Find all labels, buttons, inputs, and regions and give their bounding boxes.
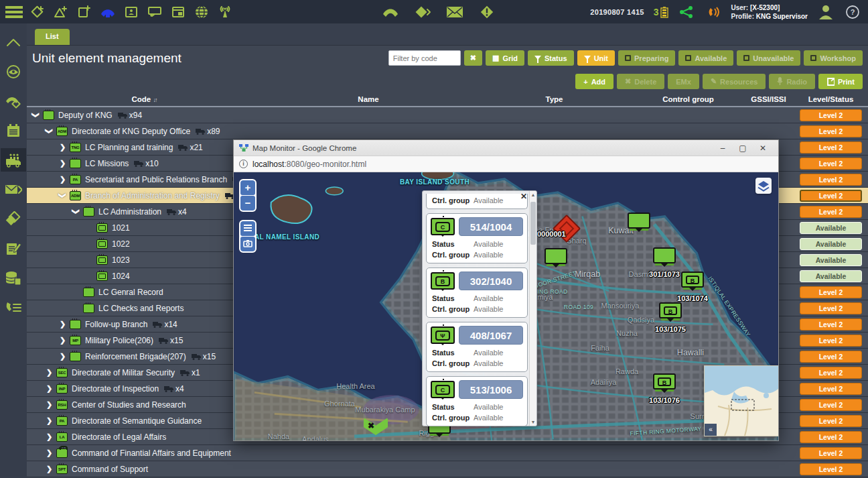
resources-button[interactable]: ✎Resources (703, 74, 766, 89)
unit-marker[interactable]: B103/1074 (681, 272, 704, 288)
panel-close-icon[interactable]: ✕ (520, 192, 527, 201)
col-gssi[interactable]: GSSI/ISSI (743, 95, 794, 103)
map-layers-button[interactable] (240, 221, 255, 236)
info-icon[interactable]: i (239, 160, 248, 168)
status-badge[interactable]: Level 2 (800, 431, 862, 443)
expand-arrow-icon[interactable]: ❯ (44, 432, 54, 441)
status-badge[interactable]: Available (800, 254, 862, 266)
mail-icon[interactable] (446, 3, 463, 21)
app-window-icon[interactable] (169, 3, 187, 21)
expand-arrow-icon[interactable]: ❯ (58, 336, 68, 345)
unit-card[interactable]: C514/1004StatusAvailableCtrl. groupAvail… (426, 213, 528, 263)
window-titlebar[interactable]: Map Monitor - Google Chrome – ▢ ✕ (234, 140, 778, 156)
collapse-arrow-icon[interactable]: ❯ (31, 110, 40, 120)
delete-button[interactable]: ✖Delete (617, 74, 664, 89)
print-button[interactable]: Print (818, 74, 863, 89)
grid-button[interactable]: ▦Grid (486, 50, 524, 66)
diamond-alert-icon[interactable] (478, 3, 496, 21)
col-control-group[interactable]: Control group (633, 95, 743, 103)
phone-blue-icon[interactable] (99, 3, 117, 21)
collapse-arrow-icon[interactable]: ❯ (58, 190, 67, 200)
expand-arrow-icon[interactable]: ❯ (58, 175, 68, 184)
status-badge[interactable]: Level 2 (800, 383, 862, 395)
status-badge[interactable]: Level 2 (800, 463, 862, 475)
presentation-icon[interactable] (146, 3, 163, 21)
status-badge[interactable]: Level 2 (800, 415, 862, 427)
status-badge[interactable]: Level 2 (800, 367, 862, 379)
status-badge[interactable]: Level 2 (800, 174, 862, 186)
phone-icon[interactable] (382, 3, 399, 21)
status-badge[interactable]: Level 2 (800, 447, 862, 459)
phone-list-icon[interactable] (1, 296, 26, 319)
table-row[interactable]: ❯SPTCommand of SupportLevel 2 (27, 461, 868, 477)
col-type[interactable]: Type (476, 95, 633, 103)
minimap-collapse-button[interactable]: « (705, 424, 717, 436)
table-row[interactable]: ❯Command of Finantial Affairs and Equipm… (27, 445, 868, 461)
phone-diamond-icon[interactable] (1, 89, 26, 113)
unit-card[interactable]: Ctrl. groupAvailable (426, 194, 528, 209)
status-filter-button[interactable]: Status (528, 50, 574, 66)
collapse-chevron-icon[interactable] (1, 30, 26, 54)
sidebar-item-units[interactable] (1, 148, 26, 172)
user-profile-icon[interactable] (817, 3, 835, 21)
unit-card[interactable]: Ψ408/1067StatusAvailableCtrl. groupAvail… (426, 322, 528, 372)
toggle-workshop[interactable]: Workshop (804, 50, 863, 66)
unit-card[interactable]: B302/1040StatusAvailableCtrl. groupAvail… (426, 267, 528, 318)
status-badge[interactable]: Level 2 (800, 141, 862, 154)
expand-arrow-icon[interactable]: ❯ (44, 384, 54, 393)
expand-arrow-icon[interactable]: ❯ (58, 143, 68, 152)
status-badge[interactable]: Level 2 (800, 125, 862, 137)
panel-scrollbar[interactable]: ▲ ▼ (529, 191, 536, 426)
expand-arrow-icon[interactable]: ❯ (58, 320, 68, 328)
map-canvas[interactable]: BAY ISLAND SOUTHUM AL NAMEL ISLANDThe Se… (234, 172, 778, 440)
unit-marker[interactable]: B103/1075 (659, 302, 682, 318)
zoom-in-button[interactable]: + (240, 180, 255, 195)
minimize-button[interactable]: – (713, 143, 733, 153)
emx-button[interactable]: EMx (668, 74, 699, 89)
unit-card[interactable]: C513/1006StatusAvailableCtrl. groupAvail… (426, 376, 528, 426)
collapse-arrow-icon[interactable]: ❯ (72, 206, 80, 217)
unit-marker[interactable]: B103/1076 (653, 373, 676, 390)
antenna-icon[interactable] (216, 3, 234, 21)
call-orange-icon[interactable] (705, 3, 722, 21)
clipboard-add-icon[interactable] (76, 3, 93, 21)
triangle-add-icon[interactable] (52, 3, 70, 21)
basemap-toggle-button[interactable] (755, 178, 772, 194)
zoom-out-button[interactable]: − (240, 196, 255, 211)
status-badge[interactable]: Level 2 (800, 351, 862, 363)
add-button[interactable]: +Add (575, 74, 613, 89)
col-level-status[interactable]: Level/Status (794, 95, 868, 103)
expand-arrow-icon[interactable]: ❯ (44, 400, 54, 409)
table-row[interactable]: ❯Deputy of KNGx94Level 2 (27, 107, 868, 123)
close-button[interactable]: ✕ (753, 143, 773, 153)
expand-arrow-icon[interactable]: ❯ (44, 465, 54, 473)
screenshot-button[interactable] (240, 237, 255, 251)
expand-arrow-icon[interactable]: ❯ (58, 159, 68, 168)
status-badge[interactable]: Level 2 (800, 302, 862, 314)
toggle-unavailable[interactable]: Unavailable (737, 50, 800, 66)
maximize-button[interactable]: ▢ (733, 143, 753, 153)
status-badge[interactable]: Level 2 (800, 158, 862, 170)
expand-arrow-icon[interactable]: ❯ (44, 368, 54, 377)
table-row[interactable]: ❯ADMDirectorate of KNG Deputy Officex89L… (27, 123, 868, 139)
unit-marker[interactable]: 301/1073 (653, 247, 676, 263)
col-name[interactable]: Name (261, 95, 476, 103)
status-badge[interactable]: Level 2 (800, 109, 862, 121)
collapse-arrow-icon[interactable]: ❯ (45, 126, 54, 136)
monitor-eye-icon[interactable] (1, 60, 26, 83)
col-code[interactable]: Code ↓↑ (27, 95, 261, 103)
url-bar[interactable]: i localhost:8080/geo-monitor.html (234, 156, 778, 172)
expand-arrow-icon[interactable]: ❯ (44, 449, 54, 457)
overview-minimap[interactable]: « (704, 365, 778, 436)
filter-code-input[interactable] (388, 50, 461, 66)
status-badge[interactable]: Level 2 (800, 335, 862, 347)
help-icon[interactable]: ? (844, 3, 861, 21)
unit-marker[interactable] (628, 213, 650, 229)
status-badge[interactable]: Available (800, 270, 862, 282)
double-diamond-icon[interactable] (1, 207, 26, 231)
status-badge[interactable]: Level 2 (800, 318, 862, 331)
globe-icon[interactable] (193, 3, 210, 21)
tab-list[interactable]: List (35, 29, 70, 45)
unit-filter-button[interactable]: Unit (577, 50, 615, 66)
status-badge[interactable]: Level 2 (800, 286, 862, 298)
